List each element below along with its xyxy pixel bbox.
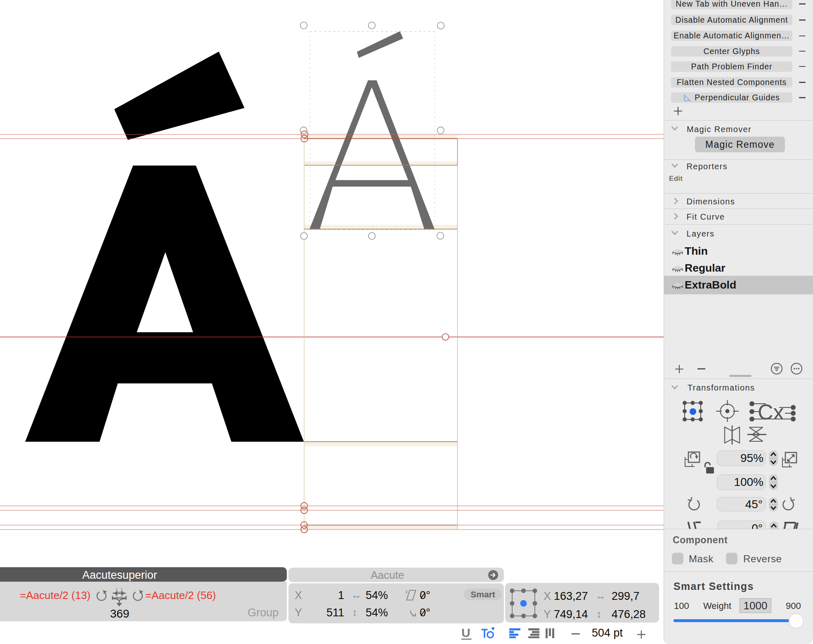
svg-text:Cx: Cx — [758, 400, 784, 422]
svg-text:U: U — [461, 627, 470, 639]
